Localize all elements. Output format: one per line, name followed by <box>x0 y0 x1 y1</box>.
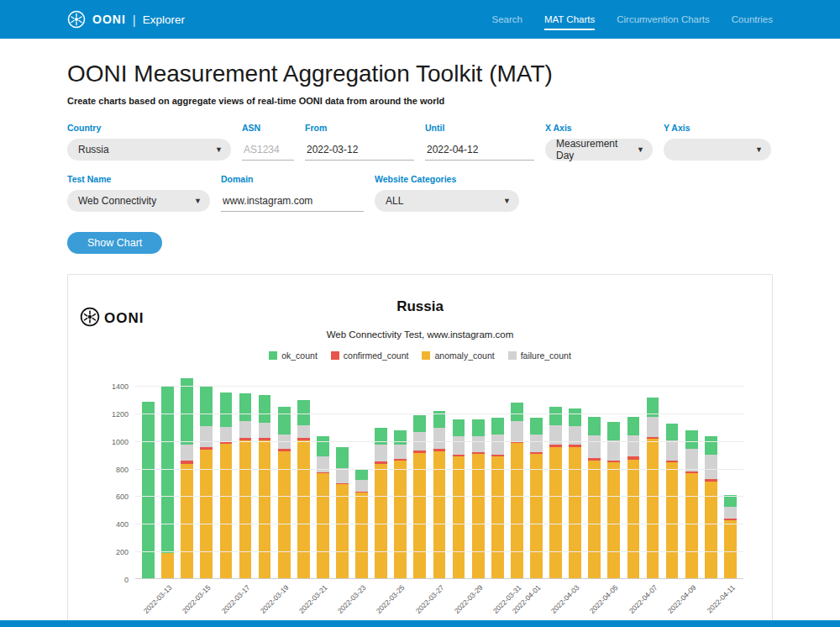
x-tick-label: 2022-04-05 <box>588 583 620 615</box>
x-tick-label: 2022-03-23 <box>336 583 368 615</box>
x-tick-label: 2022-04-07 <box>627 583 659 615</box>
stacked-bar-2022-04-11[interactable] <box>724 495 737 578</box>
stacked-bar-2022-03-28[interactable] <box>453 419 465 578</box>
until-date-input[interactable] <box>425 139 534 161</box>
stacked-bar-2022-04-10[interactable] <box>705 436 717 578</box>
bar-slot <box>294 386 313 578</box>
top-navbar: OONI | Explorer SearchMAT ChartsCircumve… <box>0 0 840 39</box>
x-axis-select-value: Measurement Day <box>556 138 633 161</box>
stacked-bar-2022-03-29[interactable] <box>472 419 485 578</box>
bar-segment-failure_count <box>220 427 233 441</box>
bar-segment-anomaly_count <box>220 444 233 578</box>
y-tick-label: 400 <box>87 520 129 529</box>
y-tick-label: 1200 <box>87 410 129 419</box>
legend-item-confirmed_count[interactable]: confirmed_count <box>331 350 409 361</box>
website-categories-label: Website Categories <box>375 174 519 184</box>
bar-segment-ok_count <box>511 403 523 420</box>
bar-slot <box>255 386 275 578</box>
nav-item-countries[interactable]: Countries <box>732 9 773 30</box>
stacked-bar-2022-04-01[interactable] <box>530 418 543 578</box>
stacked-bar-2022-04-08[interactable] <box>666 424 679 578</box>
stacked-bar-2022-03-22[interactable] <box>336 447 349 578</box>
nav-item-mat-charts[interactable]: MAT Charts <box>544 9 595 30</box>
legend-label: failure_count <box>521 350 571 361</box>
bar-segment-ok_count <box>220 393 233 427</box>
bar-segment-failure_count <box>355 480 368 491</box>
stacked-bar-2022-03-21[interactable] <box>317 436 329 578</box>
bar-slot <box>275 386 294 578</box>
brand-name: OONI <box>92 13 126 26</box>
stacked-bar-2022-03-16[interactable] <box>220 393 233 578</box>
stacked-bar-2022-03-14[interactable] <box>181 378 193 578</box>
stacked-bar-2022-03-17[interactable] <box>239 393 252 578</box>
bar-segment-anomaly_count <box>297 440 310 578</box>
bar-slot <box>391 386 410 578</box>
chevron-down-icon: ▼ <box>755 145 763 154</box>
bar-segment-failure_count <box>607 440 620 461</box>
chart-ooni-logo: OONI <box>80 307 144 330</box>
bar-slot <box>721 386 740 578</box>
legend-item-anomaly_count[interactable]: anomaly_count <box>422 350 494 361</box>
brand[interactable]: OONI | Explorer <box>67 10 185 29</box>
bar-segment-ok_count <box>239 393 252 421</box>
legend-swatch-confirmed_count <box>331 351 339 360</box>
nav-item-search[interactable]: Search <box>491 9 522 30</box>
bar-slot <box>429 386 449 578</box>
stacked-bar-2022-04-02[interactable] <box>549 407 562 578</box>
legend-swatch-ok_count <box>269 351 277 360</box>
stacked-bar-2022-03-30[interactable] <box>491 418 504 578</box>
domain-input[interactable] <box>221 190 364 212</box>
bar-segment-failure_count <box>647 417 659 437</box>
website-categories-select[interactable]: ALL ▼ <box>375 190 519 212</box>
y-tick-label: 0 <box>87 576 129 584</box>
nav-item-circumvention-charts[interactable]: Circumvention Charts <box>617 9 710 30</box>
x-tick-label: 2022-04-03 <box>549 583 581 615</box>
bar-slot <box>701 386 721 578</box>
legend-item-ok_count[interactable]: ok_count <box>269 350 318 361</box>
x-axis-label: X Axis <box>545 123 653 133</box>
bar-segment-ok_count <box>413 415 426 432</box>
stacked-bar-2022-03-19[interactable] <box>278 407 291 578</box>
chart-title: Russia <box>85 298 755 315</box>
stacked-bar-2022-03-25[interactable] <box>394 430 407 578</box>
website-categories-select-value: ALL <box>386 195 403 207</box>
until-label: Until <box>425 123 534 133</box>
from-date-input[interactable] <box>305 139 414 161</box>
stacked-bar-2022-03-15[interactable] <box>200 387 213 578</box>
bar-segment-anomaly_count <box>549 447 562 578</box>
stacked-bar-2022-04-05[interactable] <box>607 422 620 578</box>
x-axis-select[interactable]: Measurement Day ▼ <box>545 139 653 161</box>
stacked-bar-2022-03-13[interactable] <box>161 387 174 578</box>
bar-segment-ok_count <box>375 428 387 445</box>
y-tick-label: 1400 <box>87 382 129 391</box>
bar-slot <box>565 386 585 578</box>
bar-slot <box>488 386 507 578</box>
bar-segment-ok_count <box>317 436 329 457</box>
asn-input[interactable] <box>242 139 294 161</box>
bar-segment-anomaly_count <box>627 460 640 578</box>
legend-label: confirmed_count <box>344 350 409 361</box>
stacked-bar-2022-04-09[interactable] <box>685 430 698 578</box>
test-name-select[interactable]: Web Connectivity ▼ <box>67 190 210 212</box>
bar-slot <box>449 386 469 578</box>
x-tick-label: 2022-03-15 <box>181 583 213 615</box>
bar-segment-failure_count <box>491 435 504 455</box>
bar-slot <box>333 386 352 578</box>
bar-slot <box>177 386 197 578</box>
bar-segment-failure_count <box>569 426 581 445</box>
bar-segment-ok_count <box>394 430 407 444</box>
stacked-bar-2022-04-03[interactable] <box>569 408 581 578</box>
stacked-bar-2022-03-27[interactable] <box>433 411 446 578</box>
legend-item-failure_count[interactable]: failure_count <box>508 350 571 361</box>
bar-segment-failure_count <box>259 423 271 438</box>
country-select[interactable]: Russia ▼ <box>67 139 231 161</box>
show-chart-button[interactable]: Show Chart <box>67 232 162 254</box>
stacked-bar-2022-03-24[interactable] <box>375 428 387 578</box>
bar-slot <box>158 386 177 578</box>
bar-segment-ok_count <box>453 419 465 436</box>
brand-subtitle: Explorer <box>143 13 185 26</box>
bar-segment-anomaly_count <box>511 443 523 578</box>
ooni-logo-icon <box>67 10 86 29</box>
bar-segment-anomaly_count <box>413 453 426 579</box>
y-axis-select[interactable]: ▼ <box>664 139 771 161</box>
